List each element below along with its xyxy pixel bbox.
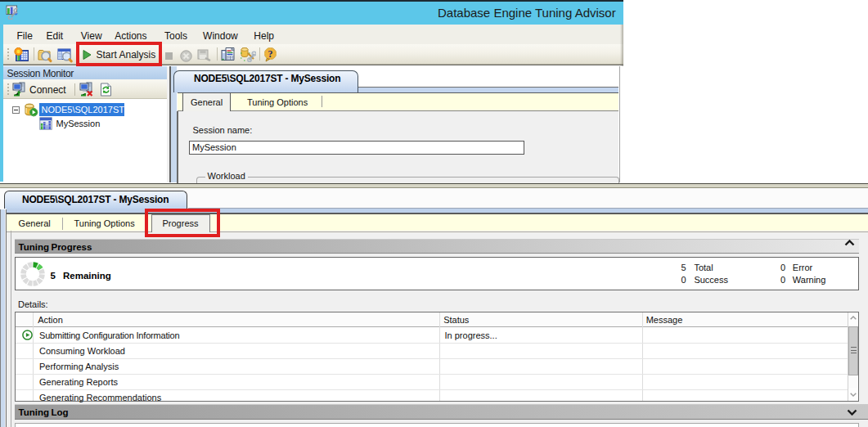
svg-text:?: ? bbox=[268, 47, 273, 59]
